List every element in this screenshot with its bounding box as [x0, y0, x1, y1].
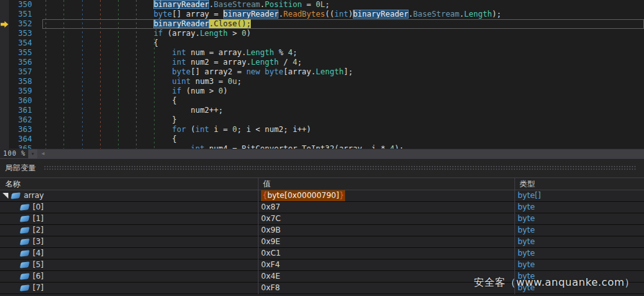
code-line-362[interactable]: 362} [0, 115, 644, 125]
line-number: 355 [0, 48, 42, 58]
locals-row[interactable]: [0]0x87byte [0, 202, 644, 213]
field-icon [20, 215, 30, 222]
code-text[interactable]: binaryReader.BaseStream.Position = 0L; [42, 0, 644, 10]
variable-name-cell[interactable]: [4] [0, 248, 258, 259]
locals-title: 局部变量 [5, 163, 36, 174]
line-number: 357 [0, 67, 42, 77]
line-number: 363 [0, 125, 42, 135]
variable-name: [0] [33, 202, 44, 213]
code-text[interactable]: int num4 = BitConverter.ToInt32(array, i… [42, 144, 644, 149]
locals-row[interactable]: [4]0xC1byte [0, 248, 644, 259]
hscroll-left-icon[interactable]: ◀ [37, 149, 49, 158]
header-name[interactable]: 名称 [0, 178, 258, 190]
zoom-level[interactable]: 100 % [0, 149, 28, 158]
locals-row[interactable]: [3]0x9Ebyte [0, 236, 644, 248]
variable-type: byte [514, 225, 644, 236]
field-icon [20, 284, 30, 291]
code-line-356[interactable]: 356int num2 = array.Length / 4; [0, 58, 644, 67]
variable-type: byte [514, 236, 644, 247]
code-line-351[interactable]: 351byte[] array = binaryReader.ReadBytes… [0, 10, 644, 19]
field-icon [20, 238, 30, 245]
variable-value-cell[interactable]: 0x9B [258, 225, 514, 236]
variable-name-cell[interactable]: array [0, 190, 258, 201]
code-line-360[interactable]: 360{ [0, 96, 644, 106]
editor-bottom-bar: 100 % ▼ ◀ [0, 149, 644, 158]
code-text[interactable]: int num = array.Length % 4; [42, 48, 644, 58]
variable-name: [5] [33, 259, 44, 270]
field-icon [11, 192, 21, 199]
title-drag-texture [44, 165, 636, 171]
code-line-350[interactable]: 350binaryReader.BaseStream.Position = 0L… [0, 0, 644, 10]
line-number: 358 [0, 77, 42, 86]
locals-title-bar[interactable]: 局部变量 [0, 159, 644, 177]
line-number: 364 [0, 135, 42, 144]
code-line-355[interactable]: 355int num = array.Length % 4; [0, 48, 644, 58]
variable-value-cell[interactable]: 0xC1 [258, 248, 514, 259]
code-line-357[interactable]: 357byte[] array2 = new byte[array.Length… [0, 67, 644, 77]
locals-grid: 名称 值 类型 array{byte[0x00000790]}byte[][0]… [0, 177, 644, 294]
code-text[interactable]: if (num > 0) [42, 86, 644, 96]
code-text[interactable]: num2++; [42, 106, 644, 115]
debugger-window: 350binaryReader.BaseStream.Position = 0L… [0, 0, 644, 296]
line-number: 365 [0, 144, 42, 149]
code-text[interactable]: { [42, 38, 644, 48]
code-line-359[interactable]: 359if (num > 0) [0, 86, 644, 96]
variable-name-cell[interactable]: [3] [0, 236, 258, 247]
hscrollbar-track[interactable] [49, 149, 644, 158]
code-text[interactable]: if (array.Length > 0) [42, 29, 644, 38]
variable-name-cell[interactable]: [6] [0, 271, 258, 282]
code-text[interactable]: int num2 = array.Length / 4; [42, 58, 644, 67]
variable-value-cell[interactable]: 0x87 [258, 202, 514, 213]
variable-name-cell[interactable]: [2] [0, 225, 258, 236]
column-divider-1[interactable] [258, 177, 258, 294]
variable-type: byte [514, 271, 644, 282]
locals-row[interactable]: [6]0x4Ebyte [0, 271, 644, 283]
variable-name-cell[interactable]: [0] [0, 202, 258, 213]
code-text[interactable]: { [42, 96, 644, 106]
code-line-352[interactable]: 352binaryReader.Close(); [0, 19, 644, 29]
code-line-353[interactable]: 353if (array.Length > 0) [0, 29, 644, 38]
column-divider-2[interactable] [514, 177, 515, 294]
variable-value-cell[interactable]: 0x4E [258, 271, 514, 282]
code-line-354[interactable]: 354{ [0, 38, 644, 48]
variable-name-cell[interactable]: [7] [0, 283, 258, 293]
variable-value-cell[interactable]: 0x9E [258, 236, 514, 247]
code-text[interactable]: uint num3 = 0u; [42, 77, 644, 86]
field-icon [20, 250, 30, 256]
locals-row[interactable]: [5]0xF4byte [0, 259, 644, 271]
code-text[interactable]: } [42, 115, 644, 125]
code-text[interactable]: byte[] array = binaryReader.ReadBytes((i… [42, 10, 644, 19]
code-line-365[interactable]: 365int num4 = BitConverter.ToInt32(array… [0, 144, 644, 149]
code-line-361[interactable]: 361num2++; [0, 106, 644, 115]
variable-type: byte [514, 213, 644, 224]
code-line-358[interactable]: 358uint num3 = 0u; [0, 77, 644, 86]
code-editor[interactable]: 350binaryReader.BaseStream.Position = 0L… [0, 0, 644, 149]
locals-row[interactable]: array{byte[0x00000790]}byte[] [0, 190, 644, 202]
line-number: 359 [0, 86, 42, 96]
code-text[interactable]: { [42, 135, 644, 144]
variable-value-cell[interactable]: 0xF4 [258, 259, 514, 270]
code-text[interactable]: binaryReader.Close(); [42, 19, 644, 29]
code-text[interactable]: for (int i = 0; i < num2; i++) [42, 125, 644, 135]
header-type[interactable]: 类型 [514, 178, 644, 190]
locals-row[interactable]: [2]0x9Bbyte [0, 225, 644, 236]
code-lines[interactable]: 350binaryReader.BaseStream.Position = 0L… [0, 0, 644, 149]
variable-name-cell[interactable]: [5] [0, 259, 258, 270]
variable-value-cell[interactable]: 0xF8 [258, 283, 514, 293]
header-value[interactable]: 值 [258, 178, 514, 190]
expand-collapse-icon[interactable] [3, 193, 8, 199]
locals-row[interactable]: [7]0xF8byte [0, 283, 644, 294]
code-text[interactable]: byte[] array2 = new byte[array.Length]; [42, 67, 644, 77]
code-line-364[interactable]: 364{ [0, 135, 644, 144]
field-icon [20, 261, 30, 268]
variable-name: [4] [33, 248, 44, 259]
zoom-dropdown-icon[interactable]: ▼ [28, 149, 37, 158]
locals-row[interactable]: [1]0x7Cbyte [0, 213, 644, 225]
variable-value-cell[interactable]: {byte[0x00000790]} [258, 190, 514, 201]
variable-value-cell[interactable]: 0x7C [258, 213, 514, 224]
code-line-363[interactable]: 363for (int i = 0; i < num2; i++) [0, 125, 644, 135]
locals-header: 名称 值 类型 [0, 177, 644, 190]
locals-panel: 局部变量 名称 值 类型 array{byte[0x00000790]}byte… [0, 158, 644, 296]
variable-type: byte [514, 259, 644, 270]
variable-name-cell[interactable]: [1] [0, 213, 258, 224]
